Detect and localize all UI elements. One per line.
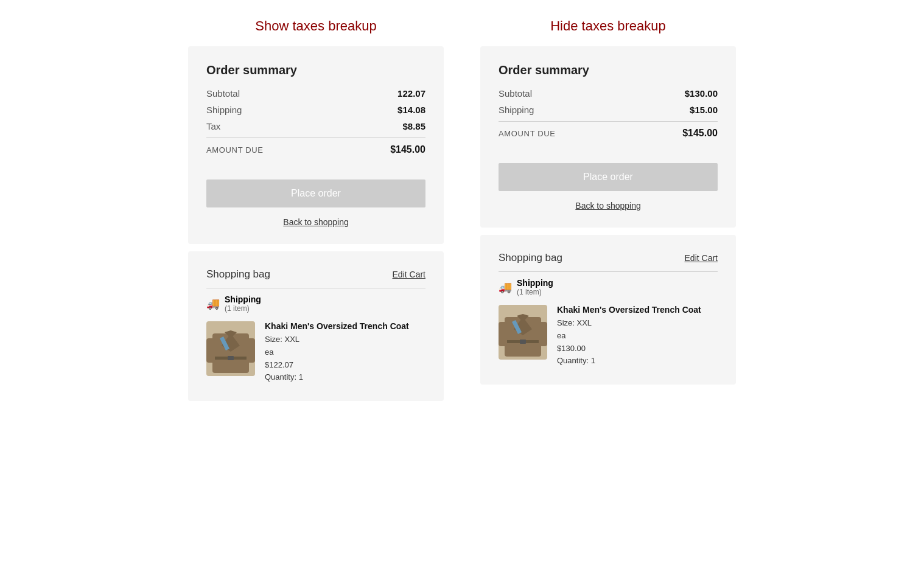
tax-row-left: Tax $8.85 [206, 121, 425, 131]
product-row-left: Khaki Men's Oversized Trench Coat Size: … [206, 321, 425, 384]
svg-rect-16 [499, 322, 507, 346]
subtotal-row-left: Subtotal 122.07 [206, 88, 425, 99]
product-name-left: Khaki Men's Oversized Trench Coat [265, 321, 425, 331]
shipping-item-count-left: (1 item) [225, 304, 261, 313]
tax-label-left: Tax [206, 121, 220, 131]
place-order-button-right[interactable]: Place order [499, 163, 718, 191]
shopping-bag-header-right: Shopping bag Edit Cart [499, 252, 718, 264]
shipping-row-left: Shipping $14.08 [206, 105, 425, 115]
product-quantity-right: Quantity: 1 [557, 355, 718, 368]
shopping-bag-divider-left [206, 288, 425, 288]
product-unit-right: ea [557, 330, 718, 343]
hide-taxes-panel: Hide taxes breakup Order summary Subtota… [480, 18, 736, 408]
shipping-label-right: Shipping [499, 105, 534, 115]
page-container: Show taxes breakup Order summary Subtota… [36, 18, 888, 408]
product-row-right: Khaki Men's Oversized Trench Coat Size: … [499, 305, 718, 368]
shopping-bag-card-right: Shopping bag Edit Cart 🚚 Shipping (1 ite… [480, 235, 736, 385]
subtotal-label-left: Subtotal [206, 88, 240, 99]
order-summary-card-right: Order summary Subtotal $130.00 Shipping … [480, 46, 736, 228]
divider-right [499, 121, 718, 122]
shopping-bag-header-left: Shopping bag Edit Cart [206, 268, 425, 280]
product-image-left [206, 321, 255, 376]
shopping-bag-title-left: Shopping bag [206, 268, 270, 280]
truck-icon-left: 🚚 [206, 297, 220, 310]
divider-left [206, 138, 425, 138]
product-details-left: Khaki Men's Oversized Trench Coat Size: … [265, 321, 425, 384]
amount-due-value-left: $145.00 [390, 144, 425, 155]
shipping-value-left: $14.08 [397, 105, 425, 115]
product-size-right: Size: XXL [557, 317, 718, 330]
shopping-bag-card-left: Shopping bag Edit Cart 🚚 Shipping (1 ite… [188, 251, 444, 401]
tax-value-left: $8.85 [402, 121, 425, 131]
place-order-button-left[interactable]: Place order [206, 179, 425, 207]
shipping-method-label-left: Shipping [225, 294, 261, 304]
hide-taxes-title: Hide taxes breakup [480, 18, 736, 34]
edit-cart-link-right[interactable]: Edit Cart [685, 253, 718, 263]
product-size-left: Size: XXL [265, 333, 425, 346]
shipping-row-right: Shipping $15.00 [499, 105, 718, 115]
amount-due-value-right: $145.00 [682, 128, 718, 139]
order-summary-card-left: Order summary Subtotal 122.07 Shipping $… [188, 46, 444, 244]
product-meta-left: Size: XXL ea $122.07 Quantity: 1 [265, 333, 425, 384]
svg-rect-8 [247, 338, 255, 363]
shipping-label-left: Shipping [206, 105, 242, 115]
edit-cart-link-left[interactable]: Edit Cart [393, 270, 425, 279]
product-details-right: Khaki Men's Oversized Trench Coat Size: … [557, 305, 718, 368]
back-to-shopping-link-right[interactable]: Back to shopping [499, 201, 718, 211]
order-summary-heading-left: Order summary [206, 63, 425, 77]
product-image-right [499, 305, 547, 360]
product-unit-left: ea [265, 346, 425, 359]
amount-due-label-right: AMOUNT DUE [499, 129, 556, 138]
order-summary-heading-right: Order summary [499, 63, 718, 77]
svg-rect-7 [206, 338, 215, 363]
svg-rect-17 [539, 322, 547, 346]
product-quantity-left: Quantity: 1 [265, 371, 425, 384]
shopping-bag-divider-right [499, 271, 718, 272]
product-price-right: $130.00 [557, 343, 718, 355]
shipping-item-count-right: (1 item) [517, 288, 553, 296]
shipping-method-label-right: Shipping [517, 278, 553, 288]
amount-due-row-right: AMOUNT DUE $145.00 [499, 128, 718, 139]
svg-rect-4 [228, 356, 234, 360]
svg-rect-13 [520, 340, 526, 344]
truck-icon-right: 🚚 [499, 280, 512, 294]
amount-due-row-left: AMOUNT DUE $145.00 [206, 144, 425, 155]
product-price-left: $122.07 [265, 359, 425, 372]
subtotal-label-right: Subtotal [499, 88, 532, 99]
product-meta-right: Size: XXL ea $130.00 Quantity: 1 [557, 317, 718, 368]
subtotal-value-left: 122.07 [397, 88, 425, 99]
back-to-shopping-link-left[interactable]: Back to shopping [206, 217, 425, 227]
shipping-header-right: 🚚 Shipping (1 item) [499, 278, 718, 296]
shopping-bag-title-right: Shopping bag [499, 252, 562, 264]
subtotal-row-right: Subtotal $130.00 [499, 88, 718, 99]
show-taxes-title: Show taxes breakup [188, 18, 444, 34]
amount-due-label-left: AMOUNT DUE [206, 145, 264, 155]
product-name-right: Khaki Men's Oversized Trench Coat [557, 305, 718, 315]
shipping-header-left: 🚚 Shipping (1 item) [206, 294, 425, 313]
shipping-value-right: $15.00 [690, 105, 718, 115]
subtotal-value-right: $130.00 [685, 88, 718, 99]
show-taxes-panel: Show taxes breakup Order summary Subtota… [188, 18, 444, 408]
